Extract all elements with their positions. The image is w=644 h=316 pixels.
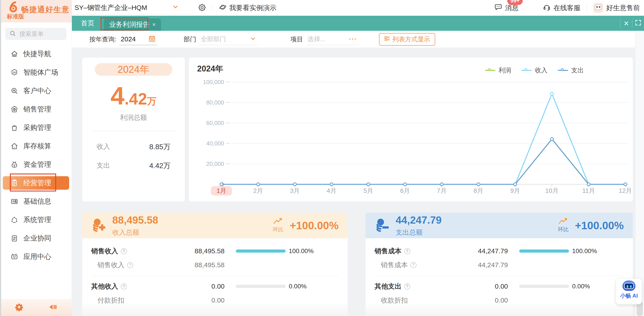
inventory-icon xyxy=(10,142,18,150)
chevron-down-icon xyxy=(172,4,179,12)
svg-text:7月: 7月 xyxy=(437,187,446,194)
row-percent: 0.00% xyxy=(289,283,306,290)
dept-select[interactable]: 全部部门 xyxy=(200,34,258,45)
tab-close-icon[interactable]: × xyxy=(152,21,156,28)
help-icon[interactable]: ? xyxy=(121,248,127,254)
expense-coins-icon xyxy=(374,218,390,233)
sidebar-item-label: 客户中心 xyxy=(23,86,51,96)
help-icon[interactable]: ? xyxy=(127,262,133,268)
svg-text:3月: 3月 xyxy=(290,187,300,194)
trend-up-icon xyxy=(273,218,283,225)
tab-window-controls: × xyxy=(620,16,644,31)
table-row: 销售成本?44,247.79100.00% xyxy=(374,244,624,258)
home-icon xyxy=(10,50,18,58)
sidebar-item-customer[interactable]: 客户中心 xyxy=(3,84,69,98)
project-select[interactable]: 选择... ··· xyxy=(306,34,358,45)
row-value: 44,247.79 xyxy=(453,261,508,269)
project-label: 项目 xyxy=(290,35,303,44)
brand-logo-icon xyxy=(8,1,18,14)
settings-gear-icon[interactable] xyxy=(15,303,23,312)
row-value: 0.00 xyxy=(453,296,508,304)
info-card-icon xyxy=(10,197,18,205)
help-icon[interactable]: ? xyxy=(410,262,416,268)
sidebar-item-app-center[interactable]: 应用中心 xyxy=(3,250,69,263)
sidebar-item-operations[interactable]: 经营管理 xyxy=(3,176,69,190)
expense-total-label: 支出总额 xyxy=(396,228,442,237)
close-workspace-icon[interactable]: × xyxy=(620,19,632,28)
table-row: 其他支出?0.000.00% xyxy=(374,279,624,293)
svg-text:10月: 10月 xyxy=(545,187,558,194)
topbar: SY–钢管生产企业–HQM 我要看实例演示 xyxy=(72,0,644,16)
messages-count-badge: 99+ xyxy=(507,0,523,5)
income-card-header: 88,495.58 收入总额 环比 +100.00% xyxy=(82,213,348,238)
online-service-button[interactable]: 在线客服 xyxy=(543,3,580,13)
help-icon[interactable]: ? xyxy=(121,283,127,289)
row-label: 销售成本 xyxy=(374,246,402,256)
sidebar-item-label: 企业协同 xyxy=(23,233,51,243)
svg-text:AI: AI xyxy=(13,71,16,74)
tab-business-profit-report[interactable]: 业务利润报告 × xyxy=(104,19,161,31)
list-view-toggle-button[interactable]: 列表方式显示 xyxy=(379,33,435,46)
sidebar-item-label: 系统管理 xyxy=(23,215,51,224)
profit-total-amount: 4.42万 xyxy=(82,83,185,109)
calendar-icon[interactable] xyxy=(148,35,156,43)
help-icon[interactable]: ? xyxy=(404,283,410,289)
app-center-icon xyxy=(10,253,18,261)
sidebar-item-info-card[interactable]: 基础信息 xyxy=(3,195,69,208)
table-row: 销售收入?88,495.58100.00% xyxy=(91,244,338,258)
collaboration-icon xyxy=(10,234,18,242)
user-avatar[interactable] xyxy=(593,3,603,13)
sidebar-item-system[interactable]: 系统管理 xyxy=(3,213,69,226)
menu-search-input[interactable] xyxy=(19,31,60,38)
sidebar-item-sales[interactable]: 销售管理 xyxy=(3,103,69,116)
row-label: 销售收入 xyxy=(91,246,118,256)
collapse-sidebar-icon[interactable] xyxy=(48,303,57,312)
year-pill: 2024年 xyxy=(95,63,172,76)
row-label: 付款折扣 xyxy=(98,296,124,305)
topbar-divider xyxy=(587,3,587,13)
expense-total-amount: 44,247.79 xyxy=(396,214,442,226)
svg-text:2月: 2月 xyxy=(253,187,263,194)
sidebar-item-funds[interactable]: 资金管理 xyxy=(3,158,69,171)
company-name: SY–钢管生产企业–HQM xyxy=(74,3,147,12)
sidebar-item-home[interactable]: 快捷导航 xyxy=(3,47,69,61)
table-row: 销售成本?44,247.79 xyxy=(374,258,624,272)
year-input[interactable]: 2024 xyxy=(120,34,157,45)
menu-search-box[interactable] xyxy=(6,28,66,40)
row-value: 0.00 xyxy=(453,282,508,290)
ai-icon: AI xyxy=(10,68,18,76)
sidebar-item-collaboration[interactable]: 企业协同 xyxy=(3,231,69,245)
fullscreen-icon[interactable] xyxy=(632,19,644,28)
search-icon xyxy=(10,30,16,38)
account-settings-gear-icon[interactable] xyxy=(198,3,206,12)
messages-button[interactable]: 消息 99+ xyxy=(494,3,518,13)
sidebar-item-inventory[interactable]: 库存核算 xyxy=(3,139,69,153)
sidebar-item-ai[interactable]: AI智能体广场 xyxy=(3,66,69,79)
demo-link[interactable]: 我要看实例演示 xyxy=(219,3,276,13)
table-row: 其他收入?0.000.00% xyxy=(91,279,338,293)
income-coins-icon xyxy=(91,218,106,233)
company-selector[interactable]: SY–钢管生产企业–HQM xyxy=(74,1,193,14)
svg-text:80,000: 80,000 xyxy=(206,99,224,106)
expense-trend-block: 环比 xyxy=(558,218,568,233)
filterbar: 按年查询: 2024 部门 全部部门 项目 xyxy=(72,31,635,48)
expense-rows: 销售成本?44,247.79100.00%销售成本?44,247.79其他支出?… xyxy=(366,238,633,307)
brand-name: 畅捷通好生意 xyxy=(21,5,70,15)
sidebar-menu: 快捷导航AI智能体广场客户中心销售管理采购管理库存核算资金管理经营管理基础信息系… xyxy=(3,47,69,268)
income-total-label: 收入总额 xyxy=(112,228,158,237)
table-row: 收款折扣0.00 xyxy=(374,293,624,307)
help-icon[interactable]: ? xyxy=(404,248,410,254)
divider xyxy=(374,275,624,276)
ai-assistant-widget[interactable]: 小畅 AI xyxy=(616,279,642,304)
topbar-divider xyxy=(212,3,213,13)
page-scrollbar[interactable] xyxy=(635,31,644,316)
tab-home[interactable]: 首页 xyxy=(76,16,99,31)
sidebar-item-label: 库存核算 xyxy=(23,141,51,151)
username: 好生意售前 xyxy=(606,3,640,13)
sidebar-item-label: 基础信息 xyxy=(23,197,51,206)
sidebar-item-label: 智能体广场 xyxy=(23,68,58,77)
sidebar-item-purchase[interactable]: 采购管理 xyxy=(3,121,69,134)
profit-trend-chart: 020,00040,00060,00080,000100,0001月2月3月4月… xyxy=(189,58,633,201)
window-edge xyxy=(0,0,1,316)
project-more-icon[interactable]: ··· xyxy=(349,35,357,43)
